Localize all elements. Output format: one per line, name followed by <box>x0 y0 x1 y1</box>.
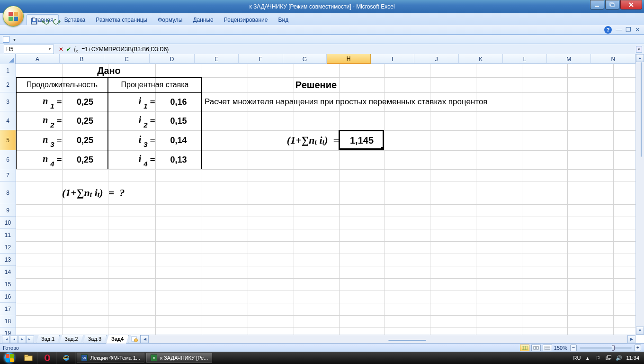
cell-solution-text[interactable]: Расчет множителя наращения при простых п… <box>205 92 616 111</box>
horizontal-scroll-thumb[interactable] <box>388 340 426 341</box>
cell-dano-header[interactable]: Дано <box>16 64 202 77</box>
cell-n-value[interactable]: 0,25 <box>62 150 108 169</box>
sheet-nav-prev-icon[interactable]: ◂ <box>10 336 18 343</box>
cell-n-value[interactable]: 0,25 <box>62 92 108 111</box>
column-header[interactable]: D <box>150 54 194 64</box>
sheet-nav-next-icon[interactable]: ▸ <box>18 336 26 343</box>
name-box[interactable]: H5 ▼ <box>4 45 54 54</box>
new-sheet-button[interactable] <box>128 335 141 344</box>
tray-volume-icon[interactable]: 🔊 <box>616 355 622 361</box>
cell-i-label[interactable]: i 4 = <box>108 150 155 169</box>
row-header[interactable]: 14 <box>0 266 16 278</box>
cell-result-formula-label[interactable]: (1+∑nt i t) = <box>202 130 339 150</box>
view-normal-icon[interactable] <box>520 345 529 351</box>
vertical-scrollbar[interactable]: ▲ ▼ <box>635 54 644 335</box>
save-icon[interactable] <box>30 18 38 25</box>
column-header[interactable]: E <box>195 54 239 64</box>
column-header[interactable]: N <box>591 54 635 64</box>
view-page-break-icon[interactable] <box>543 345 552 351</box>
row-header[interactable]: 12 <box>0 241 16 254</box>
column-header[interactable]: A <box>16 54 60 64</box>
sheet-tab[interactable]: Зад.2 <box>59 335 83 344</box>
toolbar-dropdown-icon[interactable]: ▾ <box>13 37 16 42</box>
zoom-in-button[interactable]: + <box>635 345 641 351</box>
row-header[interactable]: 16 <box>0 291 16 303</box>
close-button[interactable] <box>620 0 642 9</box>
column-header[interactable]: K <box>459 54 503 64</box>
scroll-up-icon[interactable]: ▲ <box>636 54 644 62</box>
cell-duration-header[interactable]: Продолжительность <box>16 77 108 92</box>
restore-window-icon[interactable]: ❐ <box>626 26 631 33</box>
cell-i-value[interactable]: 0,16 <box>155 92 202 111</box>
cell-result-value[interactable]: 1,145 <box>339 130 385 150</box>
office-button[interactable] <box>3 6 24 27</box>
ribbon-tab-3[interactable]: Формулы <box>153 15 187 25</box>
scroll-right-icon[interactable]: ▶ <box>627 335 635 343</box>
row-header[interactable]: 9 <box>0 204 16 217</box>
sheet-nav-last-icon[interactable]: ▸| <box>26 336 34 343</box>
tray-flag-icon[interactable]: ⚐ <box>595 355 601 361</box>
row-header[interactable]: 11 <box>0 229 16 241</box>
column-header[interactable]: I <box>371 54 415 64</box>
row-header[interactable]: 18 <box>0 315 16 328</box>
cell-n-value[interactable]: 0,25 <box>62 130 108 150</box>
cell-n-label[interactable]: n 2 = <box>16 111 62 130</box>
help-icon[interactable]: ? <box>604 26 612 34</box>
sheet-tab[interactable]: Зад.3 <box>83 335 107 344</box>
cell-i-label[interactable]: i 3 = <box>108 130 155 150</box>
cell-n-label[interactable]: n 3 = <box>16 130 62 150</box>
row-header[interactable]: 8 <box>0 182 16 204</box>
scroll-left-icon[interactable]: ◀ <box>141 335 149 343</box>
row-header[interactable]: 2 <box>0 77 16 92</box>
pinned-opera-icon[interactable] <box>38 352 57 364</box>
vertical-scroll-thumb[interactable] <box>641 62 642 157</box>
cell-i-value[interactable]: 0,13 <box>155 150 202 169</box>
ribbon-tab-5[interactable]: Рецензирование <box>219 15 273 25</box>
column-header[interactable]: G <box>283 54 327 64</box>
confirm-formula-icon[interactable]: ✔ <box>66 46 71 53</box>
maximize-button[interactable] <box>605 0 619 9</box>
zoom-out-button[interactable]: − <box>570 345 577 351</box>
column-header[interactable]: M <box>547 54 591 64</box>
scroll-down-icon[interactable]: ▼ <box>636 327 644 335</box>
row-header[interactable]: 10 <box>0 217 16 229</box>
zoom-slider[interactable] <box>580 347 632 349</box>
ribbon-tab-6[interactable]: Вид <box>273 15 293 25</box>
row-header[interactable]: 15 <box>0 278 16 291</box>
tray-clock[interactable]: 11:34 <box>626 355 639 361</box>
row-header[interactable]: 1 <box>0 64 16 77</box>
name-box-dropdown-icon[interactable]: ▼ <box>48 47 52 51</box>
row-header[interactable]: 5 <box>0 130 16 150</box>
row-header[interactable]: 3 <box>0 92 16 111</box>
minimize-ribbon-icon[interactable]: — <box>616 26 622 33</box>
cell-i-label[interactable]: i 2 = <box>108 111 155 130</box>
column-header[interactable]: H <box>327 54 371 64</box>
cell-question-formula[interactable]: (1+∑nt i t) = ? <box>62 182 202 204</box>
cancel-formula-icon[interactable]: ✕ <box>59 46 63 53</box>
start-button[interactable] <box>0 352 19 364</box>
sheet-tab[interactable]: Зад4 <box>106 335 129 344</box>
fx-icon[interactable]: fx <box>74 45 78 54</box>
minimize-button[interactable] <box>590 0 604 9</box>
pinned-ie-icon[interactable] <box>57 352 76 364</box>
zoom-slider-handle[interactable] <box>612 345 615 351</box>
cell-solution-header[interactable]: Решение <box>248 77 385 92</box>
row-header[interactable]: 4 <box>0 111 16 130</box>
pinned-explorer-icon[interactable] <box>19 352 38 364</box>
select-all-corner[interactable] <box>0 54 16 64</box>
tray-lang[interactable]: RU <box>573 355 581 361</box>
zoom-percent[interactable]: 150% <box>554 345 567 351</box>
cell-n-label[interactable]: n 1 = <box>16 92 62 111</box>
view-page-layout-icon[interactable] <box>531 345 541 351</box>
cell-i-value[interactable]: 0,15 <box>155 111 202 130</box>
column-header[interactable]: F <box>239 54 283 64</box>
row-header[interactable]: 17 <box>0 303 16 315</box>
cell-rate-header[interactable]: Процентная ставка <box>108 77 202 92</box>
cell-n-value[interactable]: 0,25 <box>62 111 108 130</box>
cell-i-value[interactable]: 0,14 <box>155 130 202 150</box>
redo-icon[interactable] <box>53 18 61 25</box>
ribbon-tab-4[interactable]: Данные <box>188 15 218 25</box>
row-header[interactable]: 13 <box>0 254 16 266</box>
sheet-tab[interactable]: Зад.1 <box>36 335 60 344</box>
toolbar-placeholder-icon[interactable] <box>3 36 9 43</box>
